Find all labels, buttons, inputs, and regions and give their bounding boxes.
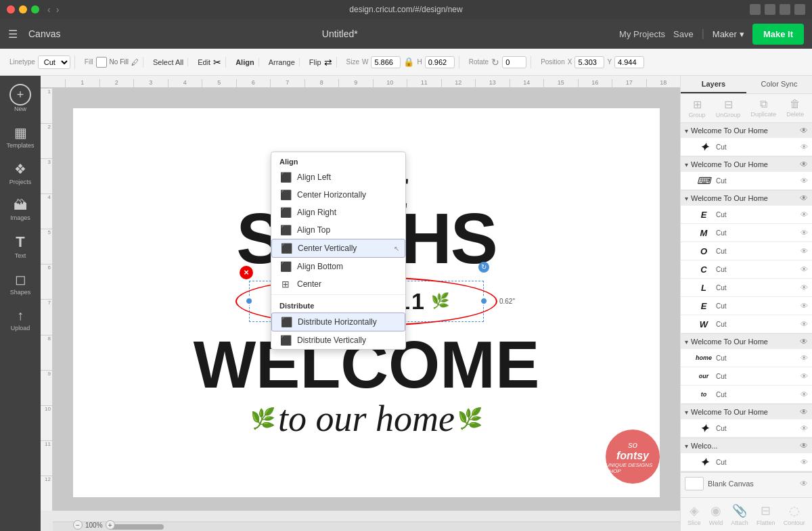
blank-canvas-swatch[interactable] [685,477,704,490]
layer-group-header-4[interactable]: ▾ Welcome To Our Home 👁 [681,334,812,349]
close-button[interactable] [7,5,15,14]
window-btn-4[interactable] [794,4,805,15]
align-left-item[interactable]: ⬛ Align Left [271,168,405,186]
edit-icon[interactable]: ✂ [213,57,221,68]
handle-right-center[interactable] [480,297,488,305]
sidebar-item-shapes[interactable]: ◻ Shapes [1,266,39,301]
layer-item-3-E2[interactable]: E Cut 👁 [681,297,812,315]
sidebar-item-projects[interactable]: ❖ Projects [1,156,39,191]
layer-item-3-L[interactable]: L Cut 👁 [681,279,812,297]
make-it-button[interactable]: Make It [752,24,804,45]
center-vert-item[interactable]: ⬛ Center Vertically ↖ [271,239,405,258]
center-horiz-item[interactable]: ⬛ Center Horizontally [271,186,405,204]
my-projects-button[interactable]: My Projects [619,29,665,39]
size-w-input[interactable] [371,56,401,68]
align-button[interactable]: Align [235,58,254,66]
sidebar-item-templates[interactable]: ▦ Templates [1,119,39,154]
layer-item-eye-6-1[interactable]: 👁 [800,458,808,466]
layer-item-3-C[interactable]: C Cut 👁 [681,260,812,279]
layer-eye-5[interactable]: 👁 [800,407,808,417]
duplicate-button[interactable]: ⧉ Duplicate [748,97,780,120]
layer-group-header-5[interactable]: ▾ Welcome To Our Home 👁 [681,405,812,419]
align-right-item[interactable]: ⬛ Align Right [271,204,405,221]
layer-item-eye-O[interactable]: 👁 [800,247,808,255]
est-delete-button[interactable]: × [240,266,253,279]
layer-item-1-1[interactable]: ✦ Cut 👁 [681,138,812,156]
forward-button[interactable]: › [56,4,60,15]
layer-eye-3[interactable]: 👁 [800,193,808,203]
ungroup-button[interactable]: ⊟ UnGroup [713,97,744,120]
layer-item-5-1[interactable]: ✦ Cut 👁 [681,419,812,438]
zoom-out-button[interactable]: − [73,520,83,530]
save-button[interactable]: Save [673,29,694,39]
zoom-in-button[interactable]: + [106,520,115,530]
layer-item-eye-E[interactable]: 👁 [800,210,808,218]
layer-item-eye-C[interactable]: 👁 [800,265,808,273]
size-h-input[interactable] [425,56,455,68]
handle-left-center[interactable] [245,297,253,305]
pos-x-input[interactable] [574,56,604,68]
layer-item-3-M[interactable]: M Cut 👁 [681,224,812,242]
layer-item-eye-E2[interactable]: 👁 [800,302,808,310]
window-btn-3[interactable] [780,4,790,15]
tab-color-sync[interactable]: Color Sync [746,76,812,93]
layer-item-3-E[interactable]: E Cut 👁 [681,206,812,224]
layer-item-eye-5-1[interactable]: 👁 [800,424,808,432]
horizontal-scrollbar[interactable]: − 100% + [53,522,680,531]
back-button[interactable]: ‹ [47,4,51,15]
center-item[interactable]: ⊞ Center [271,275,405,293]
layer-eye-2[interactable]: 👁 [800,160,808,169]
color-picker-icon[interactable]: 🖊 [131,58,139,66]
est-rotate-handle[interactable]: ↻ [478,262,489,273]
hamburger-menu-icon[interactable]: ☰ [8,28,18,41]
edit-button[interactable]: Edit [198,58,210,66]
scroll-thumb[interactable] [110,524,164,530]
layer-item-eye-W[interactable]: 👁 [800,320,808,328]
layer-eye-1[interactable]: 👁 [800,126,808,135]
layer-item-4-our[interactable]: our Cut 👁 [681,367,812,386]
dist-vert-item[interactable]: ⬛ Distribute Vertically [271,331,405,349]
minimize-button[interactable] [19,5,27,14]
layer-item-3-O[interactable]: O Cut 👁 [681,242,812,260]
layer-item-eye-our[interactable]: 👁 [800,372,808,380]
delete-button[interactable]: 🗑 Delete [784,97,807,120]
blank-canvas-eye[interactable]: 👁 [800,479,808,488]
attach-button[interactable]: 📎 Attach [727,501,752,529]
align-top-item[interactable]: ⬛ Align Top [271,221,405,239]
layer-item-2-1[interactable]: ⌨ Cut 👁 [681,172,812,190]
layer-item-6-1[interactable]: ✦ Cut 👁 [681,453,812,471]
layer-group-header-3[interactable]: ▾ Welcome To Our Home 👁 [681,191,812,206]
layer-item-eye-L[interactable]: 👁 [800,283,808,292]
sidebar-item-upload[interactable]: ↑ Upload [1,302,39,337]
layer-item-eye-M[interactable]: 👁 [800,229,808,237]
contour-button[interactable]: ◌ Contour [780,501,809,529]
pos-y-input[interactable] [614,56,644,68]
group-button[interactable]: ⊞ Group [686,97,708,120]
layer-item-4-to[interactable]: to Cut 👁 [681,386,812,404]
layer-eye-6[interactable]: 👁 [800,441,808,451]
layer-item-3-W[interactable]: W Cut 👁 [681,315,812,333]
align-bottom-item[interactable]: ⬛ Align Bottom [271,258,405,275]
fill-swatch[interactable] [96,57,107,68]
flip-button[interactable]: Flip [309,58,321,66]
flatten-button[interactable]: ⊟ Flatten [752,501,780,529]
layer-group-header-6[interactable]: ▾ Welco... 👁 [681,438,812,453]
arrange-button[interactable]: Arrange [269,58,295,66]
layer-item-eye-2-1[interactable]: 👁 [800,177,808,185]
layer-eye-4[interactable]: 👁 [800,337,808,346]
layer-group-header-2[interactable]: ▾ Welcome To Our Home 👁 [681,157,812,172]
layer-item-4-home[interactable]: home Cut 👁 [681,349,812,367]
weld-button[interactable]: ◉ Weld [705,501,727,529]
slice-button[interactable]: ◈ Slice [683,501,705,529]
sidebar-item-new[interactable]: + New [1,78,39,118]
select-all-button[interactable]: Select All [153,58,183,66]
linetype-select[interactable]: Cut [38,55,70,69]
sidebar-item-text[interactable]: T Text [1,228,39,264]
rotate-input[interactable] [502,56,526,68]
window-btn-1[interactable] [750,4,761,15]
layer-group-header-1[interactable]: ▾ Welcome To Our Home 👁 [681,123,812,138]
dist-horiz-item[interactable]: ⬛ Distribute Horizontally [271,313,405,331]
tab-layers[interactable]: Layers [681,76,746,93]
maker-button[interactable]: Maker ▾ [713,29,744,39]
layer-item-eye-1-1[interactable]: 👁 [800,143,808,151]
